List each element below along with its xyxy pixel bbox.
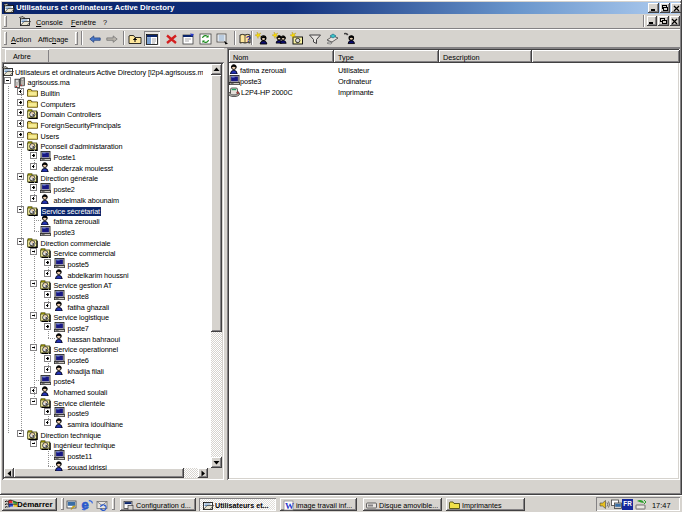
svg-text:W: W	[285, 501, 294, 511]
